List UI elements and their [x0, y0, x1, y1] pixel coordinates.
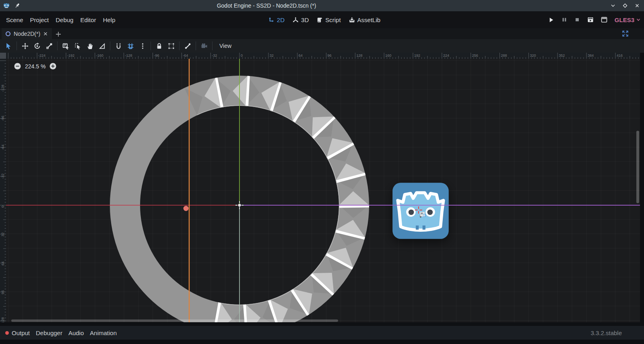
- svg-text:192: 192: [414, 54, 420, 58]
- svg-text:-224: -224: [38, 54, 45, 58]
- svg-text:-96: -96: [154, 54, 159, 58]
- zoom-level[interactable]: 224.5 %: [25, 63, 45, 70]
- svg-text:-96: -96: [1, 115, 5, 121]
- minimize-icon[interactable]: [610, 3, 616, 8]
- panel-audio[interactable]: Audio: [68, 330, 84, 336]
- toolbar-separator: [57, 41, 58, 50]
- play-button[interactable]: [548, 17, 554, 23]
- workspace-2d[interactable]: 2D: [268, 16, 285, 23]
- panel-animation[interactable]: Animation: [90, 330, 117, 336]
- svg-text:32: 32: [270, 54, 274, 58]
- panel-output[interactable]: Output: [5, 330, 30, 336]
- canvas-toolbar: View: [0, 39, 644, 53]
- svg-text:320: 320: [530, 54, 536, 58]
- workspace-assetlib[interactable]: AssetLib: [349, 16, 381, 23]
- toolbar-separator: [196, 41, 196, 50]
- tab-label: Node2D(*): [14, 31, 40, 37]
- godot-app-icon: [2, 2, 10, 10]
- title-bar: Godot Engine - SS2D - Node2D.tscn (*): [0, 0, 644, 11]
- output-alert-dot: [5, 331, 9, 335]
- svg-text:64: 64: [299, 54, 303, 58]
- svg-text:64: 64: [1, 262, 5, 266]
- svg-text:-160: -160: [96, 54, 103, 58]
- scene-tab-bar: Node2D(*): [0, 28, 644, 39]
- svg-text:128: 128: [1, 317, 5, 322]
- group-tool-icon[interactable]: [165, 40, 177, 51]
- view-menu[interactable]: View: [219, 43, 231, 49]
- grid-snap-tool-icon[interactable]: [124, 40, 136, 51]
- canvas-viewport[interactable]: 224.5 %: [6, 59, 640, 322]
- rotate-tool-icon[interactable]: [31, 40, 43, 51]
- workspace-script[interactable]: Script: [317, 16, 341, 23]
- bone-tool-icon[interactable]: [182, 40, 194, 51]
- svg-text:-128: -128: [125, 54, 132, 58]
- menu-help[interactable]: Help: [103, 16, 116, 23]
- camera-tool-icon[interactable]: [198, 40, 210, 51]
- svg-text:224: 224: [443, 54, 449, 58]
- pin-icon[interactable]: [14, 3, 20, 8]
- svg-text:-128: -128: [1, 85, 5, 92]
- svg-text:256: 256: [472, 54, 478, 58]
- toolbar-separator: [151, 41, 151, 50]
- version-label: 3.3.2.stable: [590, 330, 622, 336]
- smart-snap-tool-icon[interactable]: [112, 40, 124, 51]
- pan-tool-icon[interactable]: [84, 40, 96, 51]
- svg-text:-32: -32: [1, 173, 5, 179]
- svg-text:-192: -192: [67, 54, 74, 58]
- toolbar-separator: [110, 41, 110, 50]
- menu-scene[interactable]: Scene: [6, 16, 23, 23]
- svg-text:288: 288: [501, 54, 507, 58]
- close-icon[interactable]: [634, 3, 640, 8]
- renderer-select[interactable]: GLES3: [615, 16, 641, 23]
- tab-close-icon[interactable]: [43, 31, 48, 36]
- ruler-tool-icon[interactable]: [96, 40, 108, 51]
- menu-editor[interactable]: Editor: [80, 16, 96, 23]
- zoom-in-button[interactable]: [50, 63, 56, 70]
- new-tab-button[interactable]: [55, 31, 62, 37]
- svg-text:0: 0: [1, 206, 5, 208]
- list-select-tool-icon[interactable]: [60, 40, 72, 51]
- ruler-corner: [0, 53, 6, 59]
- svg-text:384: 384: [588, 54, 594, 58]
- menu-bar: Scene Project Debug Editor Help 2D 3D Sc…: [0, 11, 644, 28]
- select-tool-icon[interactable]: [2, 40, 14, 51]
- toolbar-separator: [17, 41, 17, 50]
- svg-text:96: 96: [328, 54, 332, 58]
- svg-text:0: 0: [241, 54, 243, 58]
- svg-text:352: 352: [559, 54, 565, 58]
- maximize-icon[interactable]: [622, 3, 628, 8]
- svg-text:32: 32: [1, 233, 5, 237]
- distraction-free-icon[interactable]: [622, 30, 629, 37]
- scale-tool-icon[interactable]: [43, 40, 55, 51]
- workspace-3d[interactable]: 3D: [293, 16, 309, 23]
- toolbar-separator: [212, 41, 213, 50]
- bottom-panel-bar: Output Debugger Audio Animation 3.3.2.st…: [0, 326, 644, 340]
- svg-text:96: 96: [1, 290, 5, 294]
- ruler-vertical[interactable]: -128-96-64-320326496128: [0, 59, 6, 322]
- play-custom-scene-button[interactable]: [601, 16, 607, 23]
- ruler-horizontal[interactable]: -224-192-160-128-96-64-32032649612816019…: [6, 53, 640, 59]
- svg-text:416: 416: [617, 54, 623, 58]
- window-title: Godot Engine - SS2D - Node2D.tscn (*): [217, 2, 316, 9]
- svg-text:-64: -64: [183, 54, 188, 58]
- snap-menu-tool-icon[interactable]: [136, 40, 149, 51]
- svg-text:160: 160: [385, 54, 391, 58]
- svg-text:-64: -64: [1, 144, 5, 150]
- lock-tool-icon[interactable]: [153, 40, 165, 51]
- play-scene-button[interactable]: [587, 16, 594, 23]
- viewport-area: -224-192-160-128-96-64-32032649612816019…: [0, 53, 644, 326]
- pause-button[interactable]: [561, 17, 567, 23]
- click-select-tool-icon[interactable]: [72, 40, 84, 51]
- menu-project[interactable]: Project: [30, 16, 49, 23]
- move-tool-icon[interactable]: [19, 40, 31, 51]
- zoom-out-button[interactable]: [14, 63, 21, 70]
- toolbar-separator: [179, 41, 180, 50]
- svg-text:128: 128: [356, 54, 362, 58]
- menu-debug[interactable]: Debug: [56, 16, 73, 23]
- panel-debugger[interactable]: Debugger: [36, 330, 62, 336]
- stop-button[interactable]: [574, 17, 580, 23]
- svg-text:-32: -32: [212, 54, 217, 58]
- tab-node2d[interactable]: Node2D(*): [2, 28, 52, 39]
